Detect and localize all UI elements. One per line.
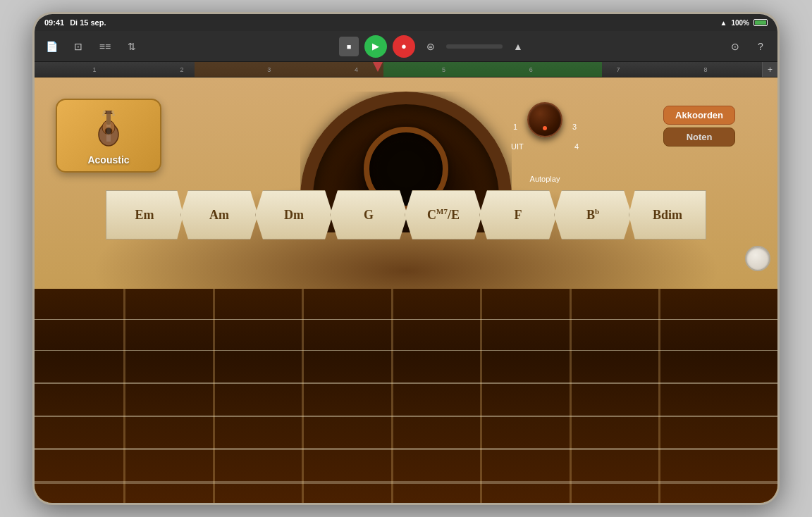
stop-icon: ■ — [347, 42, 352, 51]
akkoorden-button[interactable]: Akkoorden — [663, 106, 735, 125]
fret-line-4 — [391, 289, 393, 505]
chord-g-label: G — [364, 208, 374, 223]
status-time: 09:41 — [44, 18, 64, 27]
string-1 — [35, 319, 777, 320]
string-3 — [35, 382, 777, 384]
string-5 — [35, 448, 777, 450]
ruler-6: 6 — [529, 66, 533, 73]
settings-icon[interactable]: ⊜ — [421, 37, 441, 56]
status-bar: 09:41 Di 15 sep. ▲ 100% — [35, 14, 777, 31]
autoplay-area: 2 1 3 4 UIT Autoplay — [510, 106, 580, 183]
chord-dm[interactable]: Dm — [255, 190, 333, 239]
fret-line-6 — [570, 289, 572, 505]
knob-indicator — [543, 126, 547, 130]
instrument-name: Acoustic — [87, 154, 129, 166]
fret-line-3 — [302, 289, 304, 505]
chord-bb-label: Bb — [586, 207, 599, 223]
svg-point-7 — [102, 113, 105, 116]
ruler-numbers: 1 2 3 4 5 6 7 8 — [35, 62, 762, 77]
chord-em[interactable]: Em — [106, 190, 183, 239]
fret-line-5 — [480, 289, 482, 505]
clock-icon[interactable]: ⊙ — [725, 37, 745, 56]
status-date: Di 15 sep. — [70, 18, 106, 27]
ruler-1: 1 — [93, 66, 97, 73]
battery-percent: 100% — [731, 19, 749, 27]
tracks-view-button[interactable]: ⊡ — [68, 37, 88, 56]
ruler-4: 4 — [355, 66, 358, 73]
mode-buttons: Akkoorden Noten — [663, 106, 735, 147]
chord-bb[interactable]: Bb — [554, 190, 632, 239]
chord-f-label: F — [515, 208, 522, 223]
ruler-8: 8 — [703, 66, 707, 73]
autoplay-num-1: 1 — [513, 123, 517, 131]
ipad-frame: 09:41 Di 15 sep. ▲ 100% 📄 ⊡ ≡≡ ⇅ ■ ▶ — [32, 12, 780, 505]
fret-line-7 — [658, 289, 660, 505]
chord-em-label: Em — [135, 208, 154, 223]
level-meter — [446, 44, 503, 49]
string-4 — [35, 416, 777, 418]
autoplay-num-4: 4 — [574, 142, 579, 151]
wifi-icon: ▲ — [720, 19, 727, 27]
string-6 — [35, 481, 777, 484]
knob-area: 2 1 3 4 UIT Autoplay — [510, 106, 580, 183]
song-view-button[interactable]: ≡≡ — [95, 37, 115, 56]
record-button[interactable]: ● — [393, 35, 415, 58]
svg-point-6 — [111, 111, 114, 113]
new-track-button[interactable]: 📄 — [42, 37, 61, 56]
svg-point-5 — [103, 111, 106, 113]
battery-icon — [753, 19, 768, 26]
instrument-tile[interactable]: Acoustic — [56, 99, 161, 173]
chord-g[interactable]: G — [330, 190, 407, 239]
ruler-7: 7 — [617, 66, 620, 73]
chord-am[interactable]: Am — [180, 190, 258, 239]
main-content: Acoustic 2 1 3 4 UIT Autoplay — [35, 77, 777, 505]
add-track-button[interactable]: + — [762, 62, 777, 77]
record-icon: ● — [401, 41, 407, 51]
toolbar: 📄 ⊡ ≡≡ ⇅ ■ ▶ ● ⊜ ▲ ⊙ ? — [35, 31, 777, 62]
metronome-icon[interactable]: ▲ — [508, 37, 528, 56]
chord-bdim-label: Bdim — [653, 208, 682, 223]
fret-line-1 — [123, 289, 125, 505]
chord-cm7e[interactable]: CM7/E — [405, 190, 482, 239]
chord-f[interactable]: F — [479, 190, 557, 239]
ruler-5: 5 — [442, 66, 445, 73]
svg-point-8 — [112, 113, 115, 116]
chord-am-label: Am — [209, 208, 229, 223]
fretboard[interactable] — [35, 289, 777, 505]
play-button[interactable]: ▶ — [364, 35, 387, 58]
acoustic-guitar-icon — [87, 106, 130, 149]
autoplay-num-3: 3 — [572, 123, 577, 131]
timeline-track[interactable]: 1 2 3 4 5 6 7 8 — [35, 62, 762, 77]
fret-line-2 — [213, 289, 215, 505]
help-icon[interactable]: ? — [751, 37, 770, 56]
home-button[interactable] — [745, 246, 770, 271]
autoplay-label: Autoplay — [530, 175, 560, 183]
chords-row: Em Am Dm G CM7/E F Bb Bdim — [35, 190, 777, 239]
chord-bdim[interactable]: Bdim — [629, 190, 706, 239]
mixer-button[interactable]: ⇅ — [122, 37, 142, 56]
stop-button[interactable]: ■ — [339, 37, 359, 56]
ruler-2: 2 — [180, 66, 183, 73]
chord-cm7e-label: CM7/E — [427, 207, 460, 223]
noten-button[interactable]: Noten — [663, 127, 735, 147]
knob-dial[interactable] — [527, 102, 562, 137]
string-2 — [35, 350, 777, 351]
play-icon: ▶ — [372, 41, 379, 51]
ruler-3: 3 — [267, 66, 271, 73]
timeline-ruler[interactable]: 1 2 3 4 5 6 7 8 + — [35, 62, 777, 77]
chord-dm-label: Dm — [284, 208, 304, 223]
autoplay-uit-label: UIT — [511, 142, 524, 151]
